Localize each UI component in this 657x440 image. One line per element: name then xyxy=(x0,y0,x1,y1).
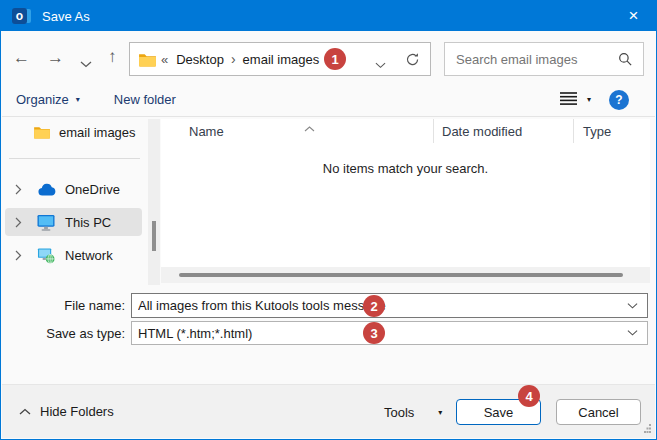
title-bar: o Save As × xyxy=(1,1,656,31)
sidebar-scrollbar[interactable] xyxy=(148,119,160,285)
expand-chevron-icon[interactable] xyxy=(15,184,29,195)
window-title: Save As xyxy=(42,9,90,24)
back-icon[interactable]: ← xyxy=(13,49,30,66)
annotation-badge-1: 1 xyxy=(324,48,346,70)
organize-label: Organize xyxy=(16,92,69,107)
file-name-field xyxy=(131,293,648,318)
file-name-input[interactable] xyxy=(132,294,647,317)
tools-caret-icon: ▾ xyxy=(438,408,442,417)
hide-folders-label: Hide Folders xyxy=(40,404,114,419)
address-bar[interactable]: « Desktop › email images xyxy=(129,42,431,76)
file-list: Name Date modified Type No items match y… xyxy=(161,119,650,267)
search-icon[interactable] xyxy=(618,52,633,70)
save-as-type-chevron-icon xyxy=(627,330,638,337)
command-toolbar: Organize ▾ New folder ▾ ? xyxy=(2,83,655,117)
column-header-name[interactable]: Name xyxy=(161,119,434,143)
breadcrumb-overflow[interactable]: « xyxy=(161,52,168,67)
chevron-up-icon xyxy=(19,408,31,415)
annotation-badge-4: 4 xyxy=(518,385,540,407)
sidebar-divider xyxy=(9,158,140,159)
network-icon xyxy=(36,247,58,264)
close-icon[interactable]: × xyxy=(611,1,656,31)
folder-icon xyxy=(33,125,51,139)
save-as-type-label: Save as type: xyxy=(1,326,125,341)
refresh-icon[interactable] xyxy=(405,52,420,70)
annotation-badge-2: 2 xyxy=(363,295,385,317)
breadcrumb-item-email-images[interactable]: email images xyxy=(243,52,320,67)
hide-folders-button[interactable]: Hide Folders xyxy=(19,404,114,419)
new-folder-button[interactable]: New folder xyxy=(114,92,176,107)
sidebar-item-email-images[interactable]: email images xyxy=(3,119,148,145)
empty-results-message: No items match your search. xyxy=(161,161,650,176)
breadcrumb-item-desktop[interactable]: Desktop xyxy=(176,52,224,67)
resize-grip[interactable] xyxy=(642,421,652,436)
breadcrumb-separator-icon: › xyxy=(231,51,236,67)
recent-locations-chevron-icon[interactable] xyxy=(80,54,92,71)
address-dropdown-chevron-icon[interactable] xyxy=(375,57,386,72)
search-box xyxy=(444,42,644,76)
sidebar-item-label: Network xyxy=(65,248,113,263)
outlook-icon: o xyxy=(12,7,32,26)
sidebar-item-label: This PC xyxy=(65,215,111,230)
file-name-dropdown-chevron-icon[interactable] xyxy=(627,302,638,309)
change-view-icon[interactable] xyxy=(560,92,577,108)
save-as-dialog: o Save As × ← → ↑ « Desktop › email imag… xyxy=(0,0,657,440)
new-folder-label: New folder xyxy=(114,92,176,107)
sidebar-item-label: email images xyxy=(59,125,136,140)
sort-ascending-icon xyxy=(304,120,315,135)
sidebar-item-network[interactable]: Network xyxy=(5,241,142,269)
organize-button[interactable]: Organize ▾ xyxy=(16,92,80,107)
organize-caret-icon: ▾ xyxy=(76,95,80,104)
file-name-label: File name: xyxy=(1,298,125,313)
horizontal-scrollbar-thumb[interactable] xyxy=(179,273,623,277)
this-pc-monitor-icon xyxy=(36,214,58,231)
column-header-type[interactable]: Type xyxy=(574,119,650,143)
horizontal-scrollbar[interactable] xyxy=(161,267,650,283)
sidebar-item-onedrive[interactable]: OneDrive xyxy=(5,175,142,203)
expand-chevron-icon[interactable] xyxy=(15,217,29,228)
expand-chevron-icon[interactable] xyxy=(15,250,29,261)
search-input[interactable] xyxy=(445,43,643,75)
sidebar-item-this-pc[interactable]: This PC xyxy=(5,208,142,236)
up-icon[interactable]: ↑ xyxy=(108,48,117,65)
save-as-type-value: HTML (*.htm;*.html) xyxy=(138,326,252,341)
tools-button[interactable]: Tools ▾ xyxy=(384,405,442,420)
tools-label: Tools xyxy=(384,405,414,420)
save-as-type-select[interactable]: HTML (*.htm;*.html) xyxy=(131,321,648,345)
column-header-row: Name Date modified Type xyxy=(161,119,650,143)
sidebar-item-label: OneDrive xyxy=(65,182,120,197)
annotation-badge-3: 3 xyxy=(363,322,385,344)
cancel-button[interactable]: Cancel xyxy=(556,399,641,425)
forward-icon[interactable]: → xyxy=(47,49,64,66)
navigation-pane: email images OneDrive This PC xyxy=(3,119,148,285)
sidebar-scrollbar-thumb[interactable] xyxy=(152,221,156,251)
view-caret-icon[interactable]: ▾ xyxy=(587,95,591,104)
column-header-date-modified[interactable]: Date modified xyxy=(434,119,574,143)
folder-icon xyxy=(138,52,157,67)
onedrive-cloud-icon xyxy=(36,183,58,196)
help-icon[interactable]: ? xyxy=(609,90,629,110)
